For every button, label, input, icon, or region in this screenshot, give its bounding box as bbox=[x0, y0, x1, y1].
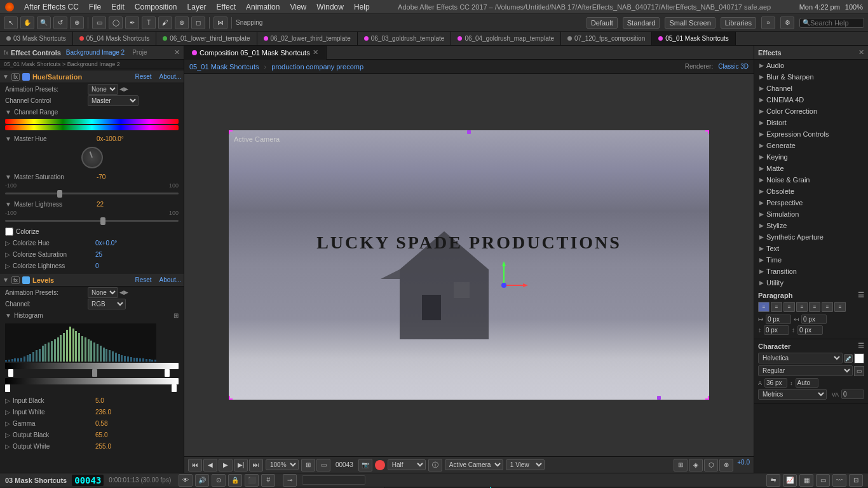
effects-list-item-3[interactable]: ▶CINEMA 4D bbox=[754, 94, 868, 105]
tab-item-3[interactable]: 06_02_lower_third_template bbox=[257, 32, 358, 46]
tab-item-1[interactable]: 05_04 Mask Shortcuts bbox=[73, 32, 157, 46]
tl-solo-btn[interactable]: ⊙ bbox=[212, 474, 226, 487]
vt-play-start[interactable]: ⏮ bbox=[188, 459, 202, 471]
vt-step-back[interactable]: ◀ bbox=[203, 459, 217, 471]
tl-audio-btn[interactable]: 🔊 bbox=[195, 474, 209, 487]
effects-list-item-6[interactable]: ▶Expression Controls bbox=[754, 128, 868, 140]
tool-puppet[interactable]: ⋈ bbox=[214, 17, 227, 29]
hs-col-light-arrow[interactable]: ▷ bbox=[5, 262, 10, 269]
para-justify-right-btn[interactable]: ≡ bbox=[822, 302, 833, 312]
tl-frame-btn[interactable]: ▭ bbox=[816, 474, 830, 487]
workspace-libraries[interactable]: Libraries bbox=[721, 17, 756, 29]
para-indent-right-field[interactable] bbox=[801, 315, 827, 324]
workspace-default[interactable]: Default bbox=[587, 17, 618, 29]
paragraph-menu-btn[interactable]: ☰ bbox=[858, 291, 864, 299]
hs-sat-slider[interactable] bbox=[0, 189, 184, 198]
levels-anim-prev[interactable]: ◀ bbox=[119, 289, 124, 295]
tool-rotate[interactable]: ↺ bbox=[53, 17, 67, 29]
effects-list-item-11[interactable]: ▶Obsolete bbox=[754, 186, 868, 197]
tool-paint[interactable]: 🖌 bbox=[158, 17, 172, 29]
levels-out-black[interactable] bbox=[5, 384, 10, 392]
hs-anim-next[interactable]: ▶ bbox=[124, 86, 128, 92]
para-justify-left-btn[interactable]: ≡ bbox=[796, 302, 808, 312]
hs-light-slider[interactable] bbox=[0, 216, 184, 226]
effects-list-item-17[interactable]: ▶Time bbox=[754, 254, 868, 266]
menu-file[interactable]: File bbox=[89, 3, 101, 11]
effects-list-item-5[interactable]: ▶Distort bbox=[754, 117, 868, 128]
tl-lock-btn[interactable]: 🔒 bbox=[228, 474, 242, 487]
para-align-left-btn[interactable]: ≡ bbox=[758, 302, 770, 312]
levels-gamma-value[interactable]: 0.58 bbox=[95, 420, 107, 427]
levels-anim-select[interactable]: None bbox=[88, 287, 118, 298]
para-indent-left-field[interactable] bbox=[766, 315, 791, 324]
tl-graph-btn[interactable]: 📈 bbox=[783, 474, 797, 487]
levels-iw-arrow[interactable]: ▷ bbox=[5, 409, 10, 416]
effects-list-item-12[interactable]: ▶Perspective bbox=[754, 197, 868, 208]
hs-hue-dial[interactable] bbox=[81, 147, 103, 168]
hs-master-sat-value[interactable]: -70 bbox=[97, 173, 105, 180]
tool-pen[interactable]: ✒ bbox=[125, 17, 139, 29]
hs-channel-range-arrow[interactable]: ▼ bbox=[5, 109, 11, 116]
tl-draft-btn[interactable]: ⊡ bbox=[849, 474, 863, 487]
hs-master-hue-value[interactable]: 0x-100.0° bbox=[97, 135, 124, 142]
vt-play[interactable]: ▶ bbox=[219, 459, 233, 471]
hs-reset[interactable]: Reset bbox=[135, 73, 151, 80]
hs-anim-prev[interactable]: ◀ bbox=[119, 86, 124, 92]
tool-zoom[interactable]: 🔍 bbox=[37, 17, 51, 29]
levels-hist-arrow[interactable]: ▼ bbox=[5, 312, 11, 319]
effects-list-item-8[interactable]: ▶Keying bbox=[754, 151, 868, 163]
tl-label-btn[interactable]: ⬛ bbox=[245, 474, 259, 487]
character-menu-btn[interactable]: ☰ bbox=[858, 342, 864, 350]
tool-camera-orbit[interactable]: ⊕ bbox=[70, 17, 84, 29]
vt-zoom-select[interactable]: 100% 50% 25% bbox=[266, 459, 299, 470]
menu-window[interactable]: Window bbox=[316, 3, 344, 11]
char-eyedropper-btn[interactable]: 💉 bbox=[844, 354, 853, 363]
tool-clone[interactable]: ⊛ bbox=[175, 17, 189, 29]
vt-resolution-select[interactable]: Half Full Quarter bbox=[388, 459, 426, 470]
menu-effect[interactable]: Effect bbox=[217, 3, 236, 11]
menu-help[interactable]: Help bbox=[354, 3, 370, 11]
para-justify-all-btn[interactable]: ≡ bbox=[834, 302, 846, 312]
menu-animation[interactable]: Animation bbox=[246, 3, 280, 11]
search-box[interactable]: 🔍 bbox=[799, 18, 864, 28]
tool-hand[interactable]: ✋ bbox=[20, 17, 34, 29]
panel-close-btn[interactable]: ✕ bbox=[174, 48, 180, 57]
effects-list-item-13[interactable]: ▶Simulation bbox=[754, 208, 868, 220]
effects-list-item-14[interactable]: ▶Stylize bbox=[754, 220, 868, 231]
effects-list-item-9[interactable]: ▶Matte bbox=[754, 163, 868, 174]
tool-ellipse-mask[interactable]: ◯ bbox=[109, 17, 123, 29]
hs-anim-presets-select[interactable]: None bbox=[88, 84, 118, 95]
vt-frame-btn[interactable]: ⊞ bbox=[301, 459, 315, 471]
hs-expand-arrow[interactable]: ▼ bbox=[3, 73, 9, 80]
tab-item-7[interactable]: 05_01 Mask Shortcuts bbox=[652, 32, 736, 46]
para-space-after-field[interactable] bbox=[797, 325, 823, 335]
effects-list-item-15[interactable]: ▶Synthetic Aperture bbox=[754, 231, 868, 243]
levels-expand-arrow[interactable]: ▼ bbox=[3, 276, 9, 283]
effects-list-item-2[interactable]: ▶Channel bbox=[754, 83, 868, 94]
tab-item-5[interactable]: 06_04_goldrush_map_template bbox=[451, 32, 561, 46]
renderer-value[interactable]: Classic 3D bbox=[718, 63, 749, 70]
ui-settings[interactable]: ⚙ bbox=[780, 17, 794, 29]
hs-col-hue-value[interactable]: 0x+0.0° bbox=[95, 240, 117, 247]
breadcrumb-comp[interactable]: 05_01 Mask Shortcuts bbox=[189, 63, 259, 71]
levels-about[interactable]: About... bbox=[159, 276, 181, 283]
search-input[interactable] bbox=[810, 19, 861, 27]
levels-black-point[interactable] bbox=[8, 369, 13, 377]
levels-midpoint[interactable] bbox=[92, 369, 97, 377]
comp-tab-active[interactable]: Composition 05_01 Mask Shortcuts ✕ bbox=[184, 46, 327, 60]
tab-item-2[interactable]: 06_01_lower_third_template bbox=[156, 32, 257, 46]
hs-channel-control-select[interactable]: Master bbox=[88, 95, 139, 106]
hs-master-hue-expand[interactable]: ▼ bbox=[5, 135, 11, 142]
workspace-expand[interactable]: » bbox=[761, 17, 775, 29]
levels-gamma-arrow[interactable]: ▷ bbox=[5, 420, 10, 427]
levels-ob-arrow[interactable]: ▷ bbox=[5, 431, 10, 438]
effects-list-item-4[interactable]: ▶Color Correction bbox=[754, 105, 868, 117]
tl-flow-btn[interactable]: ⇆ bbox=[766, 474, 780, 487]
hs-col-sat-value[interactable]: 25 bbox=[95, 251, 102, 258]
tab-item-0[interactable]: 03 Mask Shortcuts bbox=[0, 32, 73, 46]
effects-panel-close[interactable]: ✕ bbox=[858, 48, 864, 57]
tool-select[interactable]: ↖ bbox=[4, 17, 18, 29]
vt-region-btn[interactable]: ▭ bbox=[316, 459, 330, 471]
vt-grid-btn[interactable]: ⊞ bbox=[674, 459, 688, 471]
hs-master-sat-expand[interactable]: ▼ bbox=[5, 173, 11, 180]
